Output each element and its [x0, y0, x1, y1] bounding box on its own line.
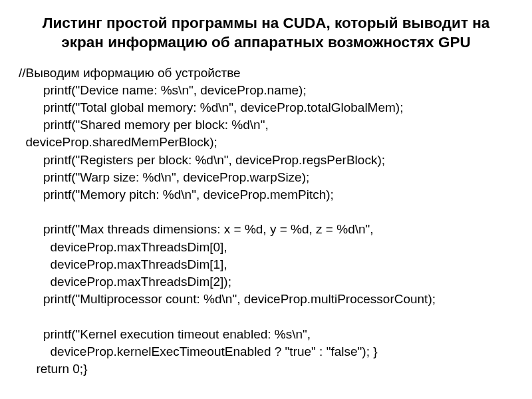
- code-line: printf("Kernel execution timeout enabled…: [19, 326, 513, 343]
- code-line: printf("Total global memory: %d\n", devi…: [19, 99, 513, 116]
- code-line: return 0;}: [19, 360, 513, 378]
- code-line: //Выводим иформацию об устройстве: [19, 65, 513, 82]
- code-line: deviceProp.maxThreadsDim[2]);: [19, 273, 513, 291]
- title-line-1: Листинг простой программы на CUDA, котор…: [43, 15, 490, 31]
- code-line: [19, 309, 513, 326]
- code-line: printf("Warp size: %d\n", deviceProp.war…: [19, 169, 513, 186]
- code-line: printf("Registers per block: %d\n", devi…: [19, 152, 513, 169]
- code-line: printf("Max threads dimensions: x = %d, …: [19, 221, 513, 238]
- code-line: [19, 203, 513, 221]
- code-line: printf("Multiprocessor count: %d\n", dev…: [19, 291, 513, 308]
- slide-title: Листинг простой программы на CUDA, котор…: [19, 13, 513, 53]
- code-line: printf("Memory pitch: %d\n", deviceProp.…: [19, 186, 513, 203]
- code-line: deviceProp.kernelExecTimeoutEnabled ? "t…: [19, 343, 513, 360]
- code-line: printf("Device name: %s\n", deviceProp.n…: [19, 82, 513, 99]
- slide: Листинг простой программы на CUDA, котор…: [0, 0, 532, 399]
- code-block: //Выводим иформацию об устройстве printf…: [19, 65, 513, 378]
- title-line-2: экран информацию об аппаратных возможнос…: [61, 34, 470, 51]
- code-line: deviceProp.sharedMemPerBlock);: [19, 134, 513, 151]
- code-line: deviceProp.maxThreadsDim[1],: [19, 256, 513, 273]
- code-line: deviceProp.maxThreadsDim[0],: [19, 239, 513, 256]
- code-line: printf("Shared memory per block: %d\n",: [19, 116, 513, 134]
